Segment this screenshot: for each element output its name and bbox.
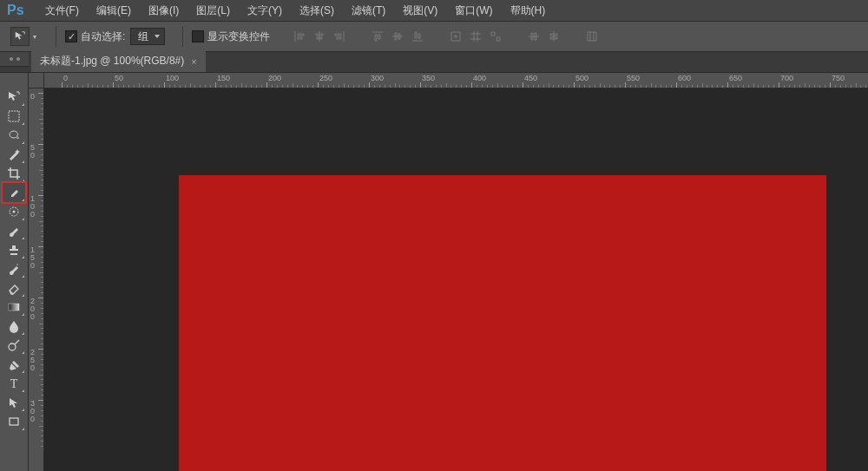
menu-view[interactable]: 视图(V) bbox=[394, 1, 446, 21]
vertical-ruler[interactable]: 050100150200250300 bbox=[29, 88, 44, 471]
dodge-tool[interactable] bbox=[3, 336, 25, 355]
auto-select-checkbox[interactable] bbox=[65, 30, 77, 43]
align-button-0 bbox=[291, 28, 308, 45]
document-tab-title: 未标题-1.jpg @ 100%(RGB/8#) bbox=[40, 54, 184, 69]
menu-bar: Ps 文件(F) 编辑(E) 图像(I) 图层(L) 文字(Y) 选择(S) 滤… bbox=[0, 0, 868, 22]
align-button-1 bbox=[311, 28, 328, 45]
document-tab[interactable]: 未标题-1.jpg @ 100%(RGB/8#) × bbox=[31, 50, 206, 72]
divider bbox=[56, 26, 56, 47]
show-transform-checkbox[interactable] bbox=[192, 30, 204, 43]
close-icon[interactable]: × bbox=[191, 56, 196, 67]
blur-tool[interactable] bbox=[3, 317, 25, 336]
menu-file[interactable]: 文件(F) bbox=[36, 1, 88, 21]
tool-preset-dropdown-icon[interactable]: ▾ bbox=[33, 33, 36, 41]
align-button-6 bbox=[409, 28, 426, 45]
canvas-region: 0501001502002503003504004505005506006507… bbox=[29, 73, 868, 471]
canvas[interactable] bbox=[179, 175, 826, 471]
lasso-tool[interactable] bbox=[3, 126, 25, 145]
move-tool[interactable] bbox=[3, 88, 25, 107]
document-tab-bar: 未标题-1.jpg @ 100%(RGB/8#) × bbox=[0, 52, 868, 73]
horizontal-ruler[interactable]: 0501001502002503003504004505005506006507… bbox=[44, 73, 868, 88]
main-area: 0501001502002503003504004505005506006507… bbox=[0, 73, 868, 471]
align-button-12 bbox=[525, 28, 542, 45]
align-button-group bbox=[291, 28, 601, 45]
path-select-tool[interactable] bbox=[3, 393, 25, 412]
canvas-viewport[interactable] bbox=[44, 88, 868, 471]
align-button-8 bbox=[447, 28, 464, 45]
crop-tool[interactable] bbox=[3, 164, 25, 183]
eraser-tool[interactable] bbox=[3, 278, 25, 298]
menu-help[interactable]: 帮助(H) bbox=[502, 1, 555, 21]
align-button-5 bbox=[389, 28, 406, 45]
panel-grip[interactable] bbox=[0, 52, 29, 67]
menu-image[interactable]: 图像(I) bbox=[140, 1, 187, 21]
align-button-10 bbox=[487, 28, 504, 45]
gradient-tool[interactable] bbox=[3, 298, 25, 317]
options-bar: ▾ 自动选择: 组 显示变换控件 bbox=[0, 22, 868, 52]
show-transform-label: 显示变换控件 bbox=[207, 29, 270, 44]
menu-filter[interactable]: 滤镜(T) bbox=[343, 1, 394, 21]
type-tool[interactable] bbox=[3, 374, 25, 393]
align-button-15 bbox=[583, 28, 601, 45]
app-logo: Ps bbox=[7, 3, 24, 18]
layer-target-select[interactable]: 组 bbox=[130, 28, 165, 45]
clone-stamp-tool[interactable] bbox=[3, 240, 25, 259]
align-button-13 bbox=[545, 28, 562, 45]
brush-tool[interactable] bbox=[3, 221, 25, 240]
magic-wand-tool[interactable] bbox=[3, 145, 25, 164]
rect-marquee-tool[interactable] bbox=[3, 107, 25, 126]
menu-select[interactable]: 选择(S) bbox=[291, 1, 343, 21]
menu-type[interactable]: 文字(Y) bbox=[239, 1, 291, 21]
spot-heal-tool[interactable] bbox=[3, 202, 25, 221]
divider bbox=[182, 26, 183, 47]
current-tool-indicator[interactable] bbox=[10, 27, 30, 46]
auto-select-label: 自动选择: bbox=[81, 29, 125, 44]
pen-tool[interactable] bbox=[3, 355, 25, 374]
menu-layer[interactable]: 图层(L) bbox=[187, 1, 239, 21]
ruler-origin[interactable] bbox=[29, 73, 44, 88]
align-button-9 bbox=[467, 28, 484, 45]
align-button-4 bbox=[369, 28, 386, 45]
menu-window[interactable]: 窗口(W) bbox=[446, 1, 501, 21]
align-button-2 bbox=[331, 28, 348, 45]
rectangle-tool[interactable] bbox=[3, 412, 25, 431]
eyedropper-tool[interactable] bbox=[3, 183, 25, 202]
tool-palette bbox=[0, 73, 29, 471]
history-brush-tool[interactable] bbox=[3, 259, 25, 278]
menu-edit[interactable]: 编辑(E) bbox=[88, 1, 140, 21]
